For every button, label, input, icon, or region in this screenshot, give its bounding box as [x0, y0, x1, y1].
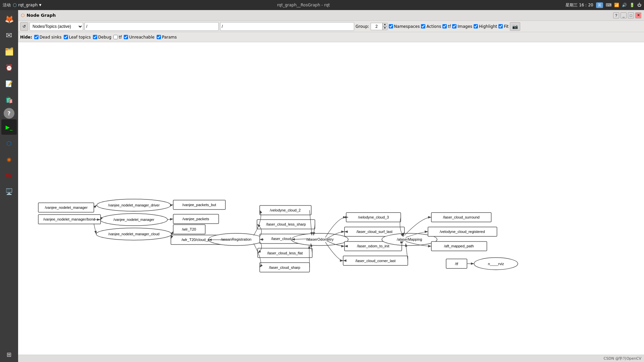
svg-text:/vanjee_nodelet_manager_driver: /vanjee_nodelet_manager_driver [108, 203, 160, 207]
leaf-topics-checkbox[interactable] [64, 35, 68, 39]
toolbar-row1: ↺ Nodes/Topics (active)Nodes onlyTopics … [18, 21, 644, 32]
svg-text:n____rviz: n____rviz [488, 262, 504, 266]
actions-checkbox[interactable] [421, 24, 425, 28]
refresh-icon: ↺ [22, 24, 26, 29]
app-indicator: ⬡ rqt_graph ▼ [13, 2, 41, 8]
tf-checkbox[interactable] [442, 24, 447, 28]
spinbox-down[interactable]: ▼ [383, 26, 387, 30]
taskbar-center: rqt_graph__RosGraph - rqt [277, 3, 330, 7]
group-spinbox[interactable]: ▲ ▼ [371, 23, 387, 30]
svg-text:/velodyne_cloud_registered: /velodyne_cloud_registered [440, 230, 485, 234]
sidebar-item-store[interactable]: 🛍️ [1, 92, 17, 107]
svg-text:/wlr_T20: /wlr_T20 [182, 227, 196, 231]
status-bar: CSDN @学习OpenCV [18, 355, 644, 362]
fit-checkbox[interactable] [498, 24, 503, 28]
svg-line-53 [94, 205, 97, 207]
window-title-label: rqt_graph__RosGraph - rqt [277, 3, 330, 7]
dead-sinks-label[interactable]: Dead sinks [34, 35, 62, 40]
debug-checkbox[interactable] [93, 35, 97, 39]
hide-label: Hide: [20, 35, 32, 40]
taskbar-left: 活动 ⬡ rqt_graph ▼ [3, 2, 41, 8]
group-label: Group: [356, 24, 369, 29]
window-icon: ⬡ [21, 13, 24, 18]
volume-icon: 🔊 [622, 3, 627, 7]
sidebar-item-help[interactable]: ? [4, 108, 14, 119]
sidebar-item-rviz[interactable]: ◉ [1, 152, 17, 167]
svg-text:/ascanRegistration: /ascanRegistration [221, 237, 251, 241]
actions-label[interactable]: Actions [421, 24, 441, 29]
sidebar-item-remote[interactable]: 🖥️ [1, 184, 17, 199]
filter2-input[interactable] [220, 22, 354, 31]
graph-canvas[interactable]: /vanjee_nodelet_manager /vanjee_nodelet_… [18, 42, 644, 355]
power-icon[interactable]: ⏻ [637, 3, 641, 7]
tf2-label[interactable]: tf [113, 35, 122, 40]
spinbox-up[interactable]: ▲ [383, 23, 387, 26]
params-label[interactable]: Params [157, 35, 177, 40]
sidebar-item-apps[interactable]: ⊞ [1, 347, 17, 362]
svg-line-57 [171, 205, 173, 205]
sidebar-item-files[interactable]: 🗂️ [1, 44, 17, 59]
images-checkbox[interactable] [452, 24, 457, 28]
svg-text:/vanjee_nodelet_manager/bond: /vanjee_nodelet_manager/bond [43, 217, 95, 221]
svg-text:/vanjee_nodelet_manager: /vanjee_nodelet_manager [45, 205, 88, 209]
svg-text:/vanjee_packets_but: /vanjee_packets_but [182, 203, 216, 207]
sidebar-item-rviz2[interactable]: RV [1, 168, 17, 183]
app-icon: ⬡ [13, 2, 17, 8]
svg-text:/laser_cloud_surf_last: /laser_cloud_surf_last [357, 230, 392, 234]
sidebar-item-notes[interactable]: 📝 [1, 76, 17, 91]
tf2-checkbox[interactable] [113, 35, 118, 39]
translate-icon[interactable]: 英 [596, 2, 603, 8]
sidebar-item-vscode[interactable]: ⬡ [1, 135, 17, 151]
unreachable-checkbox[interactable] [124, 35, 128, 39]
unreachable-label[interactable]: Unreachable [124, 35, 155, 40]
svg-line-56 [94, 224, 96, 234]
window-controls: ? _ □ ✕ [613, 12, 641, 18]
svg-text:/laser_cloud_less_sharp: /laser_cloud_less_sharp [266, 222, 306, 226]
maximize-button[interactable]: □ [628, 12, 634, 18]
svg-text:/laser_cloud_corner_last: /laser_cloud_corner_last [355, 259, 395, 263]
graph-svg: /vanjee_nodelet_manager /vanjee_nodelet_… [18, 42, 644, 355]
activity-label[interactable]: 活动 [3, 2, 11, 8]
view-mode-select[interactable]: Nodes/Topics (active)Nodes onlyTopics on… [30, 22, 83, 31]
svg-text:/laser_odom_to_init: /laser_odom_to_init [357, 244, 389, 248]
refresh-button[interactable]: ↺ [20, 22, 28, 31]
filter1-input[interactable] [85, 22, 219, 31]
sidebar-item-email[interactable]: ✉️ [1, 27, 17, 43]
tf-label[interactable]: tf [442, 24, 451, 29]
highlight-checkbox[interactable] [474, 24, 478, 28]
help-button[interactable]: ? [613, 12, 619, 18]
sidebar-item-clock[interactable]: ⏰ [1, 60, 17, 75]
svg-text:/alaserOdometry: /alaserOdometry [306, 237, 334, 241]
namespaces-label[interactable]: Namespaces [389, 24, 420, 29]
window-title-left: ⬡ Node Graph [21, 13, 56, 18]
group-input[interactable] [371, 23, 383, 30]
taskbar-right: 星期三 16：20 英 ⌨ 📶 🔊 🔋 ⏻ [566, 2, 641, 8]
screenshot-button[interactable]: 📷 [510, 22, 520, 31]
datetime-label: 星期三 16：20 [566, 2, 593, 8]
svg-text:/vanjee_nodelet_manager: /vanjee_nodelet_manager [113, 218, 154, 222]
sidebar-item-terminal[interactable]: ▶_ [1, 119, 17, 135]
wifi-icon: 📶 [614, 3, 619, 7]
svg-line-58 [167, 219, 173, 220]
keyboard-icon: ⌨ [606, 3, 611, 7]
params-checkbox[interactable] [157, 35, 161, 39]
images-label[interactable]: Images [452, 24, 472, 29]
close-button[interactable]: ✕ [635, 12, 641, 18]
svg-text:/velodyne_cloud_2: /velodyne_cloud_2 [270, 208, 301, 212]
taskbar-top: 活动 ⬡ rqt_graph ▼ rqt_graph__RosGraph - r… [0, 0, 644, 10]
sidebar-item-firefox[interactable]: 🦊 [1, 11, 17, 27]
debug-label[interactable]: Debug [93, 35, 111, 40]
dead-sinks-checkbox[interactable] [34, 35, 39, 39]
highlight-label[interactable]: Highlight [474, 24, 497, 29]
app-chevron[interactable]: ▼ [39, 3, 41, 7]
fit-label[interactable]: Fit [498, 24, 508, 29]
namespaces-checkbox[interactable] [389, 24, 393, 28]
window-title: Node Graph [26, 13, 56, 18]
leaf-topics-label[interactable]: Leaf topics [64, 35, 91, 40]
status-text: CSDN @学习OpenCV [604, 356, 641, 361]
sidebar: 🦊 ✉️ 🗂️ ⏰ 📝 🛍️ ? ▶_ ⬡ ◉ RV 🖥️ ⊞ [0, 10, 18, 362]
minimize-button[interactable]: _ [621, 12, 627, 18]
svg-text:/velodyne_cloud_3: /velodyne_cloud_3 [358, 215, 389, 219]
main-area: ⬡ Node Graph ? _ □ ✕ ↺ Nodes/Topics (act… [18, 10, 644, 362]
svg-line-59 [171, 231, 173, 234]
